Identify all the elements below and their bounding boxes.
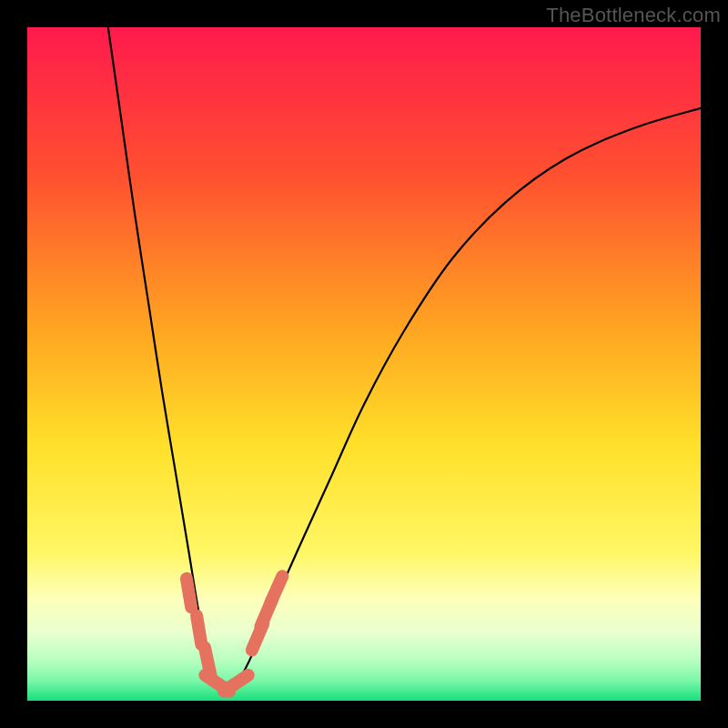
left-cluster-mid xyxy=(197,616,201,645)
gradient-background xyxy=(27,27,701,701)
watermark-text: TheBottleneck.com xyxy=(546,4,721,27)
left-cluster-top xyxy=(187,579,191,608)
plot-area xyxy=(27,27,701,701)
chart-svg xyxy=(27,27,701,701)
chart-frame: TheBottleneck.com xyxy=(0,0,728,728)
